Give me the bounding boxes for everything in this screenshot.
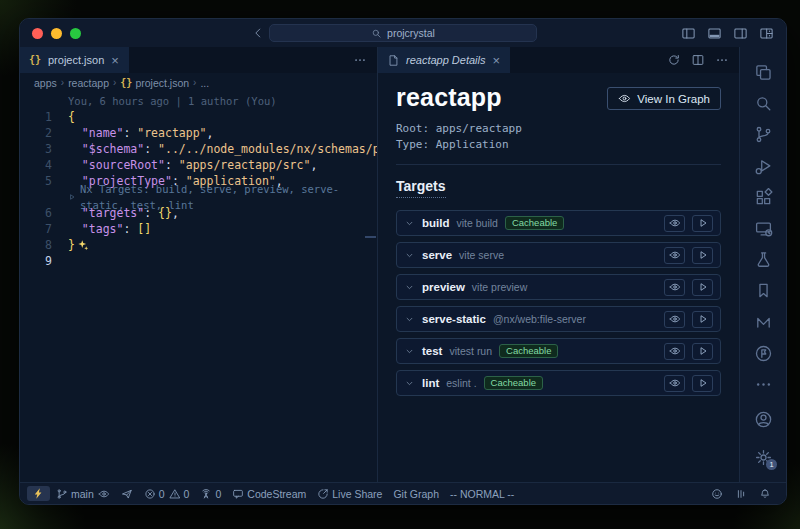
editor-group-right: reactapp Details × reactapp View In Grap… [378, 47, 740, 482]
split-editor-icon[interactable] [691, 53, 705, 67]
status-item-problems[interactable]: 00 [139, 487, 195, 501]
minimize-window-button[interactable] [51, 28, 62, 39]
target-row-serve-static[interactable]: serve-static@nx/web:file-server [396, 306, 721, 332]
activity-item-run-debug[interactable] [740, 151, 786, 182]
activity-item-nx-console[interactable] [740, 307, 786, 338]
status-item-remote-indicator[interactable] [27, 486, 50, 501]
activity-item-settings[interactable]: 1 [740, 438, 786, 476]
chevron-down-icon [404, 250, 415, 261]
remote-explorer-icon [754, 219, 773, 238]
target-view-button[interactable] [664, 247, 685, 264]
target-row-build[interactable]: buildvite buildCacheable [396, 210, 721, 236]
breadcrumb-item[interactable]: ... [200, 77, 209, 89]
status-item-git-branch[interactable]: main [51, 487, 115, 501]
customize-layout-icon[interactable] [759, 26, 774, 41]
status-item-live-share[interactable]: Live Share [312, 487, 387, 501]
play-icon [68, 192, 76, 202]
status-item-codestream[interactable]: CodeStream [227, 487, 311, 501]
back-icon[interactable] [251, 26, 265, 40]
tab-project-json[interactable]: {} project.json × [20, 47, 130, 73]
code-line: 9 [20, 253, 377, 269]
cacheable-badge: Cacheable [484, 376, 543, 391]
tab-reactapp-details[interactable]: reactapp Details × [378, 47, 511, 73]
close-tab-icon[interactable]: × [492, 54, 502, 67]
type-label: Type: [396, 138, 429, 151]
target-run-button[interactable] [692, 247, 713, 264]
editor-actions-more-icon[interactable] [353, 53, 367, 67]
status-item-ports[interactable]: 0 [195, 487, 226, 501]
more-icon [754, 375, 773, 394]
target-view-button[interactable] [664, 279, 685, 296]
source-control-icon [754, 125, 773, 144]
activity-item-source-control[interactable] [740, 119, 786, 150]
nx-targets-codelens[interactable]: Nx Targets: build, serve, preview, serve… [68, 189, 377, 205]
activity-item-more[interactable] [740, 369, 786, 400]
target-name: serve [422, 249, 452, 261]
breadcrumb-item[interactable]: {}project.json [120, 77, 189, 89]
target-view-button[interactable] [664, 343, 685, 360]
activity-item-account[interactable] [740, 400, 786, 438]
blame-annotation: You, 6 hours ago | 1 author (You) [20, 93, 377, 109]
activity-item-testing[interactable] [740, 244, 786, 275]
status-bars-icon [735, 488, 747, 500]
target-run-button[interactable] [692, 215, 713, 232]
target-row-lint[interactable]: linteslint .Cacheable [396, 370, 721, 396]
close-window-button[interactable] [32, 28, 43, 39]
run-debug-icon [754, 157, 773, 176]
json-file-icon: {} [29, 54, 42, 67]
code-editor[interactable]: You, 6 hours ago | 1 author (You)1{2 "na… [20, 92, 377, 482]
target-row-serve[interactable]: servevite serve [396, 242, 721, 268]
editor-scrollbar[interactable] [365, 236, 376, 238]
activity-item-extensions[interactable] [740, 182, 786, 213]
line-number: 9 [20, 253, 68, 269]
eye-icon [669, 345, 681, 357]
target-view-button[interactable] [664, 311, 685, 328]
copilot-sparkle-icon [77, 239, 89, 251]
command-center-search[interactable]: projcrystal [269, 24, 537, 42]
cacheable-badge: Cacheable [505, 216, 564, 231]
status-part: main [56, 488, 94, 500]
target-view-button[interactable] [664, 215, 685, 232]
target-row-preview[interactable]: previewvite preview [396, 274, 721, 300]
view-in-graph-label: View In Graph [637, 93, 710, 105]
status-item-git-graph[interactable]: Git Graph [388, 487, 444, 501]
status-item-notifications[interactable] [754, 487, 776, 501]
toggle-panel-icon[interactable] [707, 26, 722, 41]
refresh-icon[interactable] [667, 53, 681, 67]
status-label: 0 [184, 488, 190, 500]
close-tab-icon[interactable]: × [110, 54, 120, 67]
status-item-publish[interactable] [116, 487, 138, 501]
status-item-editor-indent[interactable] [730, 487, 752, 501]
target-run-button[interactable] [692, 279, 713, 296]
activity-item-search[interactable] [740, 88, 786, 119]
code-text: "sourceRoot": "apps/reactapp/src", [68, 157, 317, 173]
line-number [20, 93, 68, 109]
line-number: 2 [20, 125, 68, 141]
line-number: 6 [20, 205, 68, 221]
target-run-button[interactable] [692, 311, 713, 328]
zoom-window-button[interactable] [70, 28, 81, 39]
breadcrumb-item[interactable]: reactapp [68, 77, 109, 89]
activity-item-files[interactable] [740, 57, 786, 88]
breadcrumb-label: reactapp [68, 77, 109, 89]
status-label: 0 [159, 488, 165, 500]
breadcrumb-label: ... [200, 77, 209, 89]
status-item-feedback[interactable] [706, 487, 728, 501]
breadcrumb-item[interactable]: apps [34, 77, 57, 89]
activity-item-bookmarks[interactable] [740, 275, 786, 306]
toggle-secondary-sidebar-icon[interactable] [733, 26, 748, 41]
activity-item-remote-explorer[interactable] [740, 213, 786, 244]
status-part: 0 [200, 488, 221, 500]
project-meta: Root: apps/reactapp Type: Application [396, 121, 721, 153]
activity-item-project-manager[interactable] [740, 338, 786, 369]
view-in-graph-button[interactable]: View In Graph [607, 87, 721, 110]
status-item-vim-mode[interactable]: -- NORMAL -- [445, 487, 519, 501]
target-view-button[interactable] [664, 375, 685, 392]
status-part: CodeStream [232, 488, 306, 500]
editor-actions-more-icon[interactable] [715, 53, 729, 67]
toggle-sidebar-icon[interactable] [681, 26, 696, 41]
target-run-button[interactable] [692, 375, 713, 392]
target-row-test[interactable]: testvitest runCacheable [396, 338, 721, 364]
target-run-button[interactable] [692, 343, 713, 360]
git-branch-icon [56, 488, 68, 500]
